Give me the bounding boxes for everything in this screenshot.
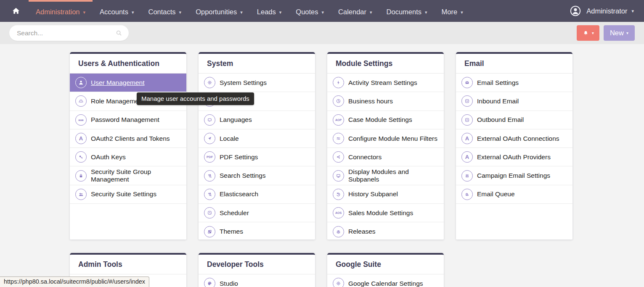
admin-link-label: PDF Settings — [220, 153, 258, 161]
home-button[interactable] — [0, 0, 29, 22]
admin-link-inbound-email[interactable]: Inbound Email — [456, 92, 572, 111]
notifications-button[interactable]: ▾ — [577, 25, 599, 41]
chevron-down-icon: ▾ — [461, 10, 463, 15]
admin-link-business-hours[interactable]: Business hours — [327, 92, 444, 111]
panel-title: System — [199, 54, 315, 74]
admin-link-security-suite-settings[interactable]: Security Suite Settings — [70, 185, 186, 204]
admin-link-label: Role Management — [91, 97, 144, 105]
gear-icon — [333, 278, 344, 287]
admin-link-oauth2-clients-and-tokens[interactable]: AOAuth2 Clients and Tokens — [70, 129, 186, 148]
admin-link-oauth-keys[interactable]: OAuth Keys — [70, 148, 186, 166]
nav-item-leads[interactable]: Leads▾ — [250, 0, 289, 22]
nav-item-label: More — [442, 8, 458, 16]
nav-item-label: Leads — [257, 8, 276, 16]
admin-link-label: Campaign Email Settings — [477, 172, 550, 179]
admin-link-google-calendar-settings[interactable]: Google Calendar Settings — [327, 274, 444, 287]
hat-icon — [75, 95, 87, 107]
admin-link-label: Google Calendar Settings — [348, 280, 423, 287]
nav-item-label: Accounts — [100, 8, 128, 16]
nav-item-quotes[interactable]: Quotes▾ — [289, 0, 331, 22]
snail-icon — [461, 189, 473, 200]
nav-item-administration[interactable]: Administration▾ — [29, 0, 93, 22]
admin-link-campaign-email-settings[interactable]: Campaign Email Settings — [456, 166, 572, 185]
admin-link-label: Inbound Email — [477, 97, 519, 105]
admin-link-themes[interactable]: Themes — [199, 222, 315, 240]
nav-item-calendar[interactable]: Calendar▾ — [331, 0, 379, 22]
oauth-icon: A — [461, 133, 473, 144]
layers-icon — [333, 226, 344, 237]
panel-title: Users & Authentication — [70, 54, 186, 74]
admin-link-configure-module-menu-filters[interactable]: Configure Module Menu Filters — [327, 129, 444, 148]
clock-icon — [333, 95, 344, 107]
envelope-down-icon — [461, 95, 473, 107]
admin-link-elasticsearch[interactable]: Elasticsearch — [199, 185, 315, 204]
admin-link-system-settings[interactable]: System Settings — [199, 74, 315, 92]
nav-item-more[interactable]: More▾ — [435, 0, 470, 22]
envelope-up-icon — [461, 114, 473, 126]
admin-link-connectors[interactable]: Connectors — [327, 148, 444, 166]
admin-link-label: Security Suite Group Management — [91, 168, 181, 183]
nav-item-label: Quotes — [296, 8, 318, 16]
user-label: Administrator — [586, 7, 627, 15]
admin-link-external-oauth-providers[interactable]: AExternal OAuth Providers — [456, 148, 572, 166]
asterisks-icon-text: *** — [78, 118, 83, 124]
admin-link-label: Languages — [220, 116, 252, 124]
oauth-icon-text: A — [79, 135, 83, 142]
admin-link-activity-stream-settings[interactable]: Activity Stream Settings — [327, 74, 444, 92]
admin-link-case-module-settings[interactable]: AOPCase Module Settings — [327, 111, 444, 129]
admin-link-password-management[interactable]: ***Password Management — [70, 111, 186, 129]
admin-link-user-management[interactable]: User Management — [70, 74, 186, 92]
nav-item-documents[interactable]: Documents▾ — [379, 0, 435, 22]
admin-link-label: System Settings — [220, 79, 267, 87]
admin-link-label: External OAuth Connections — [477, 135, 559, 142]
admin-link-email-queue[interactable]: Email Queue — [456, 185, 572, 204]
admin-link-label: Themes — [220, 228, 243, 235]
panel-title: Module Settings — [327, 54, 444, 74]
admin-link-label: Scheduler — [220, 209, 249, 217]
admin-link-sales-module-settings[interactable]: AOSSales Module Settings — [327, 204, 444, 222]
new-button[interactable]: New ▾ — [604, 25, 635, 41]
admin-link-display-modules-and-subpanels[interactable]: Display Modules and Subpanels — [327, 166, 444, 185]
panel-title: Admin Tools — [70, 255, 186, 274]
nav-item-label: Documents — [387, 8, 421, 16]
nav-item-accounts[interactable]: Accounts▾ — [93, 0, 141, 22]
admin-link-security-suite-group-management[interactable]: Security Suite Group Management — [70, 166, 186, 185]
search-icon — [114, 29, 123, 37]
nav-menu: Administration▾Accounts▾Contacts▾Opportu… — [29, 0, 470, 22]
envelope-icon — [461, 77, 473, 88]
user-menu[interactable]: Administrator ▾ — [569, 0, 634, 22]
header-bar: ▾ New ▾ — [0, 22, 644, 44]
sliders-h-icon — [333, 133, 344, 144]
admin-link-search-settings[interactable]: Search Settings — [199, 166, 315, 185]
search-input[interactable] — [9, 25, 129, 41]
admin-link-releases[interactable]: Releases — [327, 222, 444, 240]
aos-icon: AOS — [333, 207, 344, 219]
nav-item-label: Opportunities — [196, 8, 237, 16]
oauth-icon: A — [461, 151, 473, 163]
admin-link-studio[interactable]: Studio — [199, 274, 315, 287]
themes-icon — [204, 226, 215, 237]
palette-icon — [204, 278, 215, 287]
admin-link-languages[interactable]: Languages — [199, 111, 315, 129]
admin-link-pdf-settings[interactable]: PDFPDF Settings — [199, 148, 315, 166]
admin-link-label: Connectors — [348, 153, 382, 161]
nav-item-contacts[interactable]: Contacts▾ — [141, 0, 188, 22]
admin-link-label: Security Suite Settings — [91, 190, 156, 198]
bell-icon — [582, 29, 589, 37]
panel-google-suite: Google SuiteGoogle Calendar Settings — [327, 253, 444, 287]
admin-link-external-oauth-connections[interactable]: AExternal OAuth Connections — [456, 129, 572, 148]
aop-icon: AOP — [333, 114, 344, 126]
admin-link-outbound-email[interactable]: Outbound Email — [456, 111, 572, 129]
clock-square-icon — [204, 207, 215, 219]
admin-link-email-settings[interactable]: Email Settings — [456, 74, 572, 92]
search-cog-icon — [204, 189, 215, 200]
nav-item-opportunities[interactable]: Opportunities▾ — [188, 0, 250, 22]
admin-link-locale[interactable]: Locale — [199, 129, 315, 148]
admin-link-label: Studio — [220, 280, 238, 287]
bolt-icon — [333, 77, 344, 88]
admin-link-history-subpanel[interactable]: History Subpanel — [327, 185, 444, 204]
oauth-icon-text: A — [465, 135, 469, 142]
admin-link-scheduler[interactable]: Scheduler — [199, 204, 315, 222]
share-icon — [333, 151, 344, 163]
admin-link-label: OAuth2 Clients and Tokens — [91, 135, 170, 142]
